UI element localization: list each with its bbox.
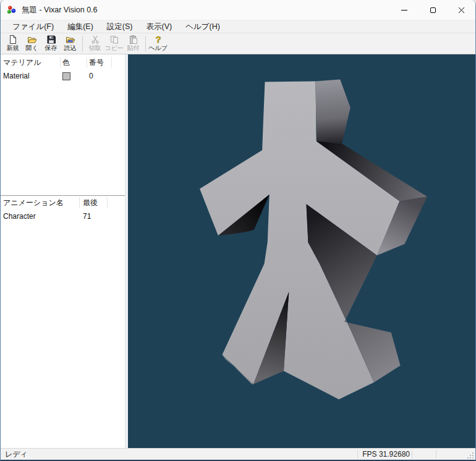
toolbar-label: コピー <box>104 44 123 52</box>
app-logo-icon <box>7 5 17 15</box>
maximize-icon <box>430 7 436 13</box>
menu-item-file[interactable]: ファイル(F) <box>6 20 61 33</box>
resize-grip[interactable] <box>466 451 474 459</box>
toolbar-button-help[interactable]: ? ヘルプ <box>148 34 168 54</box>
toolbar-label: 保存 <box>45 44 57 52</box>
minimize-icon <box>401 10 407 11</box>
cut-scissors-icon <box>90 35 100 44</box>
column-header-material[interactable]: マテリアル <box>1 57 61 68</box>
paste-clipboard-icon <box>129 35 138 44</box>
column-header-number[interactable]: 番号 <box>87 57 112 68</box>
toolbar-separator <box>145 36 146 52</box>
toolbar-label: 読込 <box>64 44 77 52</box>
toolbar-label: 開く <box>25 44 38 52</box>
animation-list-header: アニメーション名 最後 <box>1 196 125 209</box>
close-button[interactable] <box>447 0 475 20</box>
3d-model-figure <box>128 54 475 448</box>
statusbar-separator <box>412 450 412 459</box>
column-header-color[interactable]: 色 <box>61 57 87 68</box>
window-controls <box>390 0 475 20</box>
3d-viewport[interactable] <box>128 54 475 448</box>
toolbar-button-new[interactable]: 新規 <box>3 34 22 54</box>
material-color-swatch[interactable] <box>62 72 70 80</box>
svg-text:?: ? <box>155 35 161 44</box>
maximize-button[interactable] <box>419 0 447 20</box>
menu-item-help[interactable]: ヘルプ(H) <box>179 20 227 33</box>
material-name: Material <box>1 72 61 80</box>
menu-item-edit[interactable]: 編集(E) <box>61 20 100 33</box>
material-number: 0 <box>87 72 112 80</box>
toolbar-label: 貼付 <box>127 44 140 52</box>
toolbar-separator <box>82 36 83 52</box>
animation-row[interactable]: Character 71 <box>1 209 125 223</box>
toolbar-label: 新規 <box>7 44 19 52</box>
animation-name: Character <box>1 212 80 221</box>
menu-item-settings[interactable]: 設定(S) <box>100 20 140 33</box>
app-window: 無題 - Vixar Vision 0.6 ファイル(F) 編集(E) 設定(S… <box>0 0 476 461</box>
toolbar-button-load[interactable]: 読込 <box>61 34 80 54</box>
menu-item-view[interactable]: 表示(V) <box>139 20 179 33</box>
toolbar-button-paste[interactable]: 貼付 <box>124 34 143 54</box>
toolbar-button-save[interactable]: 保存 <box>41 34 61 54</box>
toolbar-button-open[interactable]: 開く <box>22 34 41 54</box>
new-document-icon <box>8 35 18 44</box>
statusbar-separator <box>436 450 436 459</box>
side-panel: マテリアル 色 番号 Material 0 アニメーション名 最後 <box>1 54 125 448</box>
animation-last-frame: 71 <box>80 212 108 221</box>
statusbar-separator <box>357 450 358 459</box>
window-title: 無題 - Vixar Vision 0.6 <box>22 5 98 15</box>
toolbar-label: ヘルプ <box>148 44 168 52</box>
fps-readout: FPS 31.92680 <box>362 449 410 460</box>
toolbar-label: 切取 <box>89 44 101 52</box>
main-content: マテリアル 色 番号 Material 0 アニメーション名 最後 <box>1 54 475 448</box>
titlebar: 無題 - Vixar Vision 0.6 <box>1 0 475 20</box>
copy-pages-icon <box>109 35 119 44</box>
material-list: マテリアル 色 番号 Material 0 <box>1 56 125 195</box>
menubar: ファイル(F) 編集(E) 設定(S) 表示(V) ヘルプ(H) <box>1 20 475 33</box>
toolbar-button-copy[interactable]: コピー <box>104 34 124 54</box>
animation-list: アニメーション名 最後 Character 71 <box>1 195 125 448</box>
toolbar: 新規 開く 保存 読込 切取 <box>1 33 475 54</box>
column-header-animation-name[interactable]: アニメーション名 <box>1 197 80 208</box>
status-text: レディ <box>5 449 28 460</box>
column-header-last[interactable]: 最後 <box>80 197 108 208</box>
material-row[interactable]: Material 0 <box>1 69 125 83</box>
load-folder-icon <box>66 35 75 44</box>
save-floppy-icon <box>46 35 56 44</box>
minimize-button[interactable] <box>390 0 419 20</box>
material-list-header: マテリアル 色 番号 <box>1 56 125 69</box>
toolbar-button-cut[interactable]: 切取 <box>85 34 104 54</box>
close-icon <box>458 7 465 14</box>
statusbar: レディ FPS 31.92680 <box>1 448 475 460</box>
help-question-icon: ? <box>153 35 163 44</box>
open-folder-icon <box>27 35 37 44</box>
